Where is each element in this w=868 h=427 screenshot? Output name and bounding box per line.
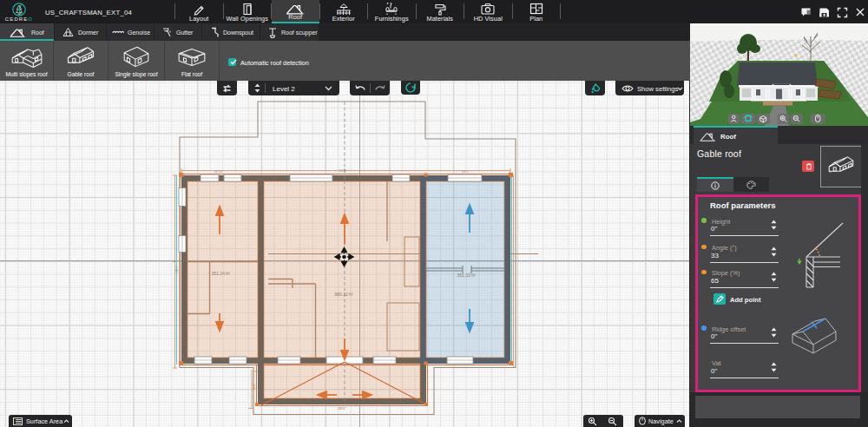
- svg-text:351.14 ft²: 351.14 ft²: [211, 271, 229, 276]
- svg-text:8'1": 8'1": [252, 383, 256, 389]
- svg-text:52'4": 52'4": [339, 168, 347, 173]
- svg-text:30'7": 30'7": [174, 265, 179, 273]
- svg-text:880.32 ft²: 880.32 ft²: [334, 292, 352, 297]
- svg-text:18'5": 18'5": [462, 169, 470, 174]
- svg-text:28'4": 28'4": [338, 406, 346, 411]
- svg-text:351.33 ft²: 351.33 ft²: [457, 273, 475, 278]
- svg-text:24'10": 24'10": [214, 169, 224, 174]
